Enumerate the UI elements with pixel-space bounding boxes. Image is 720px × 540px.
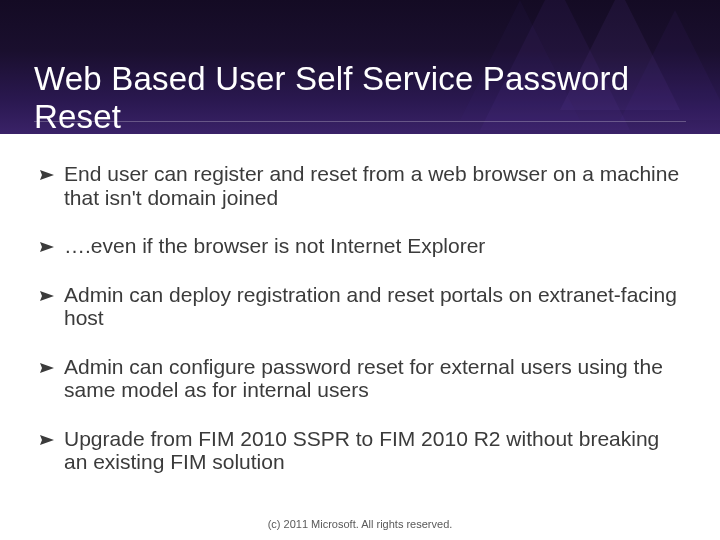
bullet-item: Admin can deploy registration and reset …: [40, 283, 680, 330]
svg-marker-1: [40, 242, 54, 252]
bullet-arrow-icon: [40, 363, 54, 373]
bullet-text: Upgrade from FIM 2010 SSPR to FIM 2010 R…: [64, 427, 680, 474]
svg-marker-4: [40, 435, 54, 445]
bullet-item: ….even if the browser is not Internet Ex…: [40, 234, 680, 258]
bullet-text: End user can register and reset from a w…: [64, 162, 680, 209]
bullet-arrow-icon: [40, 291, 54, 301]
svg-marker-2: [40, 291, 54, 301]
header-divider: [34, 121, 686, 122]
slide-body: End user can register and reset from a w…: [40, 162, 680, 499]
svg-marker-3: [40, 363, 54, 373]
bullet-arrow-icon: [40, 170, 54, 180]
bullet-text: Admin can configure password reset for e…: [64, 355, 680, 402]
bullet-arrow-icon: [40, 435, 54, 445]
svg-marker-0: [40, 170, 54, 180]
slide: Web Based User Self Service Password Res…: [0, 0, 720, 540]
bullet-text: Admin can deploy registration and reset …: [64, 283, 680, 330]
bullet-item: Upgrade from FIM 2010 SSPR to FIM 2010 R…: [40, 427, 680, 474]
slide-footer: (c) 2011 Microsoft. All rights reserved.: [0, 518, 720, 530]
bullet-item: End user can register and reset from a w…: [40, 162, 680, 209]
bullet-item: Admin can configure password reset for e…: [40, 355, 680, 402]
slide-title: Web Based User Self Service Password Res…: [34, 60, 720, 134]
bullet-arrow-icon: [40, 242, 54, 252]
slide-header: Web Based User Self Service Password Res…: [0, 0, 720, 134]
bullet-text: ….even if the browser is not Internet Ex…: [64, 234, 485, 258]
